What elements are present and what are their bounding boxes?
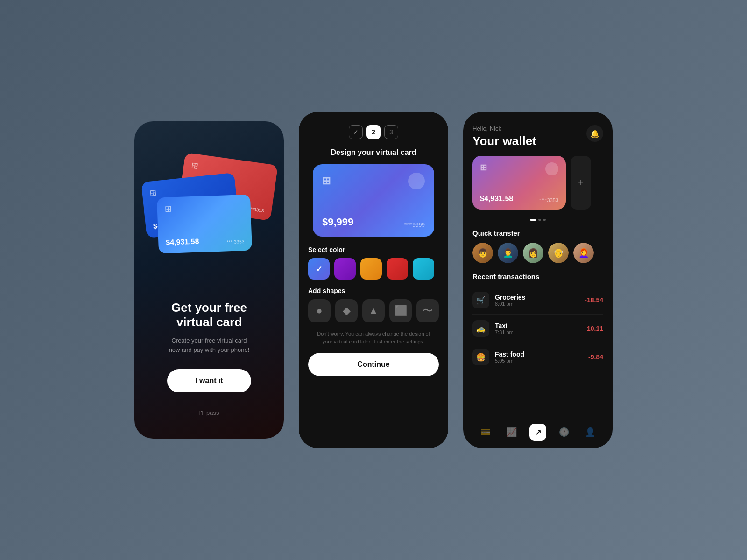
card-logo-3: ⊞ <box>164 201 243 214</box>
screen-2: ✓ 2 3 Design your virtual card ⊞ $9,999 … <box>299 112 448 448</box>
fastfood-name: Fast food <box>495 350 588 358</box>
avatar-img-1: 👨 <box>472 243 493 263</box>
dot-2 <box>538 219 541 221</box>
avatar-img-2: 👨‍🦱 <box>498 243 518 263</box>
wallet-card-logo: ⊞ <box>480 162 486 175</box>
groceries-amount: -18.54 <box>585 296 603 304</box>
hint-text: Don't worry. You can always change the d… <box>308 330 439 345</box>
groceries-icon: 🛒 <box>472 292 489 308</box>
shape-1[interactable]: ● <box>308 299 331 322</box>
card-preview-bottom: $9,999 ****9999 <box>322 216 425 228</box>
screen1-subtitle: Create your free virtual cardnow and pay… <box>160 336 259 354</box>
wallet-card-bottom: $4,931.58 ****3353 <box>480 195 558 203</box>
shape-swatches: ● ◆ ▲ ⬜ 〜 <box>308 299 439 322</box>
fastfood-amount: -9.84 <box>588 353 603 361</box>
fastfood-time: 5:05 pm <box>495 358 588 364</box>
avatar-img-3: 👩 <box>523 243 543 263</box>
transaction-fastfood[interactable]: 🍔 Fast food 5:05 pm -9.84 <box>472 343 603 371</box>
card-preview-number: ****9999 <box>404 222 425 228</box>
avatar-2[interactable]: 👨‍🦱 <box>498 243 518 263</box>
taxi-icon: 🚕 <box>472 320 489 337</box>
wallet-card-number: ****3353 <box>539 197 558 203</box>
taxi-info: Taxi 7:31 pm <box>495 322 585 335</box>
dot-active-1 <box>530 219 536 221</box>
quick-transfer-heading: Quick transfer <box>472 229 603 237</box>
screen-3: Hello, Nick Your wallet 🔔 ⊞ $4,931.58 **… <box>463 112 613 448</box>
i-want-it-button[interactable]: I want it <box>167 369 251 392</box>
continue-button[interactable]: Continue <box>308 353 439 376</box>
design-card-title: Design your virtual card <box>331 148 416 157</box>
wallet-title: Your wallet <box>472 134 536 148</box>
dot-3 <box>543 219 546 221</box>
color-swatch-blue[interactable]: ✓ <box>308 258 330 280</box>
shape-4[interactable]: ⬜ <box>389 299 412 322</box>
avatar-img-5: 👩‍🦰 <box>573 243 594 263</box>
selected-checkmark: ✓ <box>316 265 322 273</box>
groceries-name: Groceries <box>495 294 585 301</box>
card-front: ⊞ $4,931.58 ****3353 <box>157 195 252 254</box>
card-number-3: ****3353 <box>226 239 244 245</box>
bell-icon: 🔔 <box>590 129 599 138</box>
color-swatch-orange[interactable] <box>360 258 382 280</box>
color-swatch-red[interactable] <box>387 258 408 280</box>
wallet-main-card[interactable]: ⊞ $4,931.58 ****3353 <box>472 156 566 210</box>
avatar-3[interactable]: 👩 <box>523 243 543 263</box>
fastfood-icon: 🍔 <box>472 349 489 365</box>
transactions-list: 🛒 Groceries 8:01 pm -18.54 🚕 Taxi 7:31 p… <box>472 286 603 413</box>
screen1-title: Get your freevirtual card <box>160 301 259 329</box>
step-indicators: ✓ 2 3 <box>349 125 398 139</box>
nav-wallet[interactable]: 💳 <box>477 424 494 441</box>
step-1-check: ✓ <box>349 125 363 139</box>
avatar-4[interactable]: 👴 <box>548 243 569 263</box>
transactions-heading: Recent transactions <box>472 273 603 280</box>
groceries-time: 8:01 pm <box>495 301 585 307</box>
stats-nav-icon: 📈 <box>507 427 517 437</box>
shapes-section: Add shapes ● ◆ ▲ ⬜ 〜 <box>308 287 439 322</box>
profile-nav-icon: 👤 <box>585 427 595 437</box>
shape-3[interactable]: ▲ <box>362 299 385 322</box>
nav-transfer[interactable]: ↗ <box>529 424 546 441</box>
taxi-amount: -10.11 <box>585 325 603 332</box>
plus-icon: + <box>578 177 584 188</box>
wallet-header: Hello, Nick Your wallet 🔔 <box>472 125 603 148</box>
skip-link[interactable]: I'll pass <box>160 409 259 416</box>
color-label: Select color <box>308 246 439 253</box>
nav-profile[interactable]: 👤 <box>582 424 599 441</box>
transaction-groceries[interactable]: 🛒 Groceries 8:01 pm -18.54 <box>472 286 603 315</box>
card-preview-top: ⊞ <box>322 173 425 189</box>
bottom-nav: 💳 📈 ↗ 🕐 👤 <box>472 417 603 448</box>
taxi-name: Taxi <box>495 322 585 329</box>
taxi-time: 7:31 pm <box>495 329 585 335</box>
color-swatch-cyan[interactable] <box>413 258 434 280</box>
color-swatch-purple[interactable] <box>334 258 356 280</box>
wallet-card-amount: $4,931.58 <box>480 195 513 203</box>
wallet-card-circle <box>545 162 558 175</box>
nav-stats[interactable]: 📈 <box>503 424 520 441</box>
groceries-info: Groceries 8:01 pm <box>495 294 585 307</box>
wallet-title-area: Hello, Nick Your wallet <box>472 125 536 148</box>
nav-history[interactable]: 🕐 <box>556 424 572 441</box>
card-preview-circle <box>408 173 425 189</box>
transaction-taxi[interactable]: 🚕 Taxi 7:31 pm -10.11 <box>472 315 603 343</box>
card-dots <box>472 219 603 221</box>
screen-1: ⊞ $4,931.58 ****3353 ⊞ $4,931.58 ****335… <box>134 121 284 439</box>
screen1-bottom: Get your freevirtual card Create your fr… <box>160 301 259 416</box>
avatar-5[interactable]: 👩‍🦰 <box>573 243 594 263</box>
transfer-nav-icon: ↗ <box>535 428 541 437</box>
step-2-active: 2 <box>366 125 381 139</box>
shapes-label: Add shapes <box>308 287 439 294</box>
wallet-card-area: ⊞ $4,931.58 ****3353 + <box>472 156 603 210</box>
shape-2[interactable]: ◆ <box>335 299 358 322</box>
card-preview: ⊞ $9,999 ****9999 <box>313 164 434 237</box>
avatar-img-4: 👴 <box>548 243 569 263</box>
avatar-1[interactable]: 👨 <box>472 243 493 263</box>
add-card-button[interactable]: + <box>571 156 591 210</box>
quick-transfer-list: 👨 👨‍🦱 👩 👴 👩‍🦰 <box>472 243 603 263</box>
fastfood-info: Fast food 5:05 pm <box>495 350 588 364</box>
card-amount-3: $4,931.58 <box>166 237 199 246</box>
notification-button[interactable]: 🔔 <box>586 125 603 142</box>
history-nav-icon: 🕐 <box>559 427 569 437</box>
wallet-greeting: Hello, Nick <box>472 125 536 132</box>
shape-5[interactable]: 〜 <box>416 299 439 322</box>
wallet-card-top: ⊞ <box>480 162 558 175</box>
